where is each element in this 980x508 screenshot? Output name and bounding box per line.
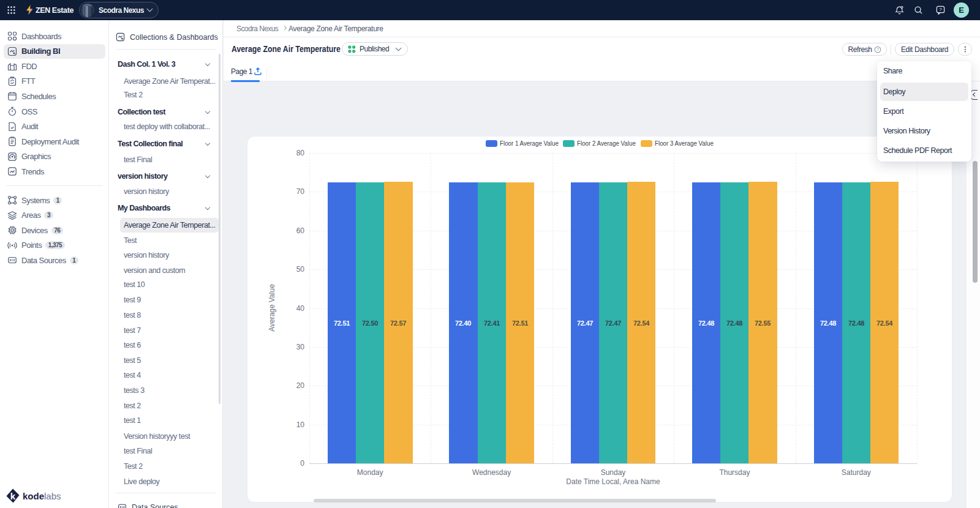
svg-text:?: ?: [939, 7, 941, 12]
svg-text:k: k: [10, 491, 16, 501]
svg-text:?: ?: [876, 47, 879, 51]
